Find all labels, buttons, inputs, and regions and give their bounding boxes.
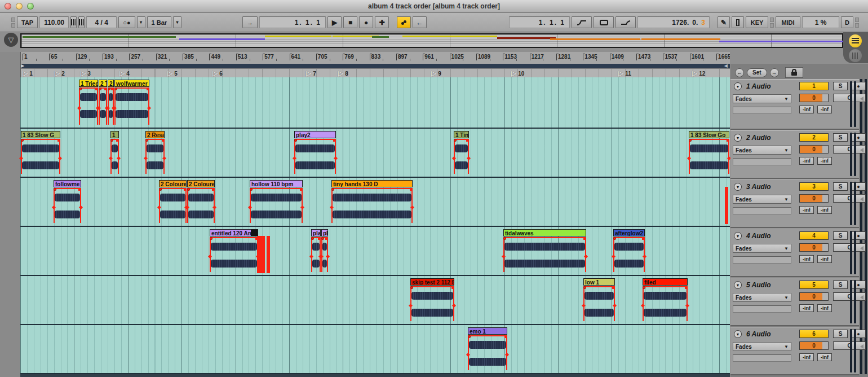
fade-handle[interactable] (184, 188, 187, 191)
pan-control[interactable]: 0 (799, 341, 829, 350)
audio-clip[interactable]: tidalwaves (503, 227, 586, 275)
arrangement-view-button[interactable] (849, 34, 862, 47)
clip-fade-frame[interactable] (643, 286, 688, 321)
clip-fade-frame[interactable] (410, 286, 454, 321)
solo-button[interactable]: S (833, 231, 848, 240)
fade-handle[interactable] (21, 139, 24, 142)
track-lane[interactable]: entitled 120 Amplapltidalwavesafterglow2 (20, 227, 730, 276)
fade-handle[interactable] (99, 87, 101, 90)
fade-handle[interactable] (57, 139, 60, 142)
track-info-field[interactable] (733, 107, 791, 114)
clip-fade-frame[interactable] (210, 237, 258, 272)
fade-handle[interactable] (212, 205, 216, 209)
fade-handle[interactable] (334, 156, 338, 160)
fade-handle[interactable] (689, 139, 692, 142)
audio-clip[interactable]: play2 (294, 129, 336, 177)
track-name[interactable]: 1 Audio (746, 82, 771, 90)
fade-handle[interactable] (250, 188, 253, 191)
audio-clip[interactable]: afterglow2 (613, 227, 645, 275)
fade-handle[interactable] (159, 188, 162, 191)
time-signature[interactable]: 4 / 4 (86, 16, 117, 28)
record-button[interactable]: ● (359, 16, 373, 28)
lock-envelopes-button[interactable] (785, 67, 803, 78)
loop-end-marker[interactable]: ◀ (724, 64, 728, 68)
audio-clip[interactable]: 2 Coloure (159, 178, 187, 226)
fade-handle[interactable] (613, 237, 616, 240)
clip-title[interactable]: filed (643, 278, 688, 286)
track-lane[interactable]: skip test 2 112 5low 1filed (20, 276, 730, 325)
fade-handle[interactable] (147, 106, 151, 110)
fade-handle[interactable] (468, 335, 471, 338)
audio-clip[interactable]: wolfwarmer (114, 77, 149, 128)
clip-title[interactable]: 1 (110, 131, 119, 138)
clip-title[interactable]: hollow 110 bpm (250, 180, 303, 187)
fade-handle[interactable] (311, 237, 314, 240)
audio-clip[interactable]: 2 Coloured (187, 178, 215, 226)
track-lane[interactable]: followme2 Coloure2 Colouredhollow 110 bp… (20, 178, 730, 227)
locator-marker[interactable]: ▷8 (338, 69, 348, 77)
fade-handle[interactable] (145, 139, 148, 142)
fade-handle[interactable] (612, 255, 615, 258)
fades-device-chooser[interactable]: Fades▼ (733, 293, 791, 302)
fade-handle[interactable] (300, 205, 304, 209)
fade-handle[interactable] (451, 286, 454, 289)
fade-handle[interactable] (19, 156, 23, 160)
fade-handle[interactable] (162, 156, 166, 160)
clip-red-marker[interactable] (257, 236, 265, 273)
clip-fade-frame[interactable] (145, 139, 165, 174)
locator-marker[interactable]: ▷7 (306, 69, 316, 77)
track-name[interactable]: 4 Audio (746, 232, 771, 240)
fade-handle[interactable] (410, 188, 413, 191)
fade-handle[interactable] (409, 304, 413, 308)
disclosure-triangle-icon[interactable]: ▼ (734, 82, 742, 90)
fade-handle[interactable] (503, 237, 506, 240)
solo-button[interactable]: S (833, 133, 848, 142)
pan-control[interactable]: 0 (799, 145, 829, 154)
fades-device-chooser[interactable]: Fades▼ (733, 195, 791, 204)
solo-button[interactable]: S (833, 330, 848, 338)
locator-marker[interactable]: ▷2 (55, 69, 65, 77)
clip-title[interactable]: 2 Coloure (159, 180, 187, 187)
locator-marker[interactable]: ▷1 (23, 69, 33, 77)
audio-clip[interactable]: 1 Tin (454, 129, 469, 177)
track-header[interactable]: ▼4 AudioFades▼4S●0C-inf-inf (730, 229, 859, 277)
track-lane[interactable]: emo 1 (20, 325, 730, 374)
send-db-button[interactable]: -inf (817, 255, 832, 263)
track-lane[interactable]: 1 Tried2 T2wolfwarmer (20, 77, 730, 129)
clip-title[interactable]: skip test 2 112 5 (410, 278, 454, 286)
loop-switch[interactable] (594, 16, 614, 28)
metronome-menu-arrow[interactable]: ▾ (137, 16, 145, 28)
fade-handle[interactable] (78, 188, 81, 191)
pan-control[interactable]: 0 (799, 194, 829, 203)
locator-marker[interactable]: ▷4 (119, 69, 130, 77)
pan-control[interactable]: 0 (799, 292, 829, 301)
fade-handle[interactable] (331, 188, 334, 191)
send-db-button[interactable]: -inf (817, 353, 832, 361)
quantization-menu[interactable]: 1 Bar (147, 16, 172, 28)
fade-handle[interactable] (95, 87, 98, 90)
nudge-up-button[interactable] (78, 16, 85, 28)
fade-handle[interactable] (685, 286, 688, 289)
clip-red-marker[interactable] (267, 236, 270, 273)
track-header[interactable]: ▼6 AudioFades▼6S●0C-inf-inf (730, 327, 859, 375)
fade-handle[interactable] (504, 335, 507, 338)
crossfade-assign-button[interactable]: C (833, 94, 866, 102)
overdub-button[interactable]: ✚ (375, 16, 389, 28)
fade-handle[interactable] (505, 353, 509, 357)
clip-fade-frame[interactable] (613, 237, 645, 272)
audio-clip[interactable]: 1 83 Slow Go (689, 129, 729, 177)
volume-db-button[interactable]: -inf (799, 255, 814, 263)
audio-clip[interactable]: 1 (110, 129, 119, 177)
draw-grid-toggle[interactable] (11, 17, 15, 28)
arrangement-position-display[interactable]: 1. 1. 1 (259, 16, 326, 28)
metronome-button[interactable]: ○● (118, 16, 135, 28)
disclosure-triangle-icon[interactable]: ▼ (734, 330, 742, 338)
clip-fade-frame[interactable] (110, 139, 119, 174)
volume-db-button[interactable]: -inf (799, 157, 814, 165)
solo-button[interactable]: S (833, 82, 848, 90)
fade-handle[interactable] (52, 205, 56, 209)
clip-title[interactable]: 2 Coloured (187, 180, 215, 187)
clip-fade-frame[interactable] (114, 87, 149, 125)
fade-handle[interactable] (466, 353, 470, 357)
track-activator-button[interactable]: 1 (799, 82, 829, 90)
